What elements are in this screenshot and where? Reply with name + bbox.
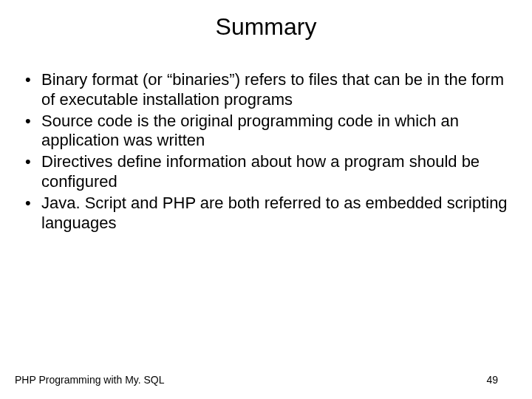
list-item: Source code is the original programming … <box>21 112 511 151</box>
list-item: Java. Script and PHP are both referred t… <box>21 194 511 233</box>
footer-left: PHP Programming with My. SQL <box>15 374 165 386</box>
footer-page-number: 49 <box>486 374 498 386</box>
list-item: Binary format (or “binaries”) refers to … <box>21 70 511 110</box>
slide-content: Binary format (or “binaries”) refers to … <box>0 48 532 233</box>
slide-title: Summary <box>0 0 532 48</box>
list-item: Directives define information about how … <box>21 152 511 192</box>
bullet-list: Binary format (or “binaries”) refers to … <box>21 70 511 233</box>
slide: Summary Binary format (or “binaries”) re… <box>0 0 532 399</box>
